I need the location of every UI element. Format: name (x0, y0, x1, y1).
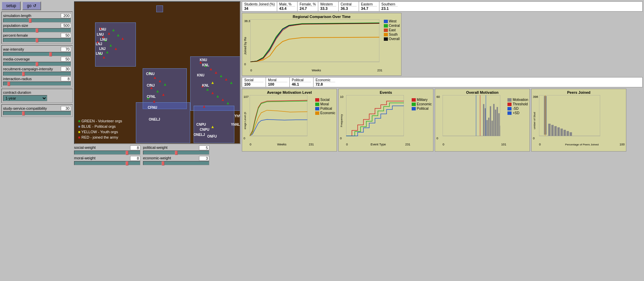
war-intensity-row: war-intensity 70 (3, 47, 71, 56)
regional-y-max: 38.3 (244, 19, 250, 23)
population-size-slider[interactable] (3, 28, 71, 32)
female-value: 24.7 (300, 6, 316, 11)
war-intensity-value: 70 (61, 47, 71, 52)
southern-value: 23.1 (381, 6, 398, 11)
political-mot-value: 46.1 (292, 82, 311, 86)
contract-duration-group: contract-duration 1-year 2-year 3-year (1, 89, 73, 103)
media-coverage-row: media-coverage 50 (3, 57, 71, 66)
political-mot-cell: Political 46.1 (290, 77, 314, 87)
weight-col-right: political-weight 5 economic-weight 3 (143, 145, 209, 165)
moral-weight-slider[interactable] (74, 161, 140, 165)
moral-weight-value: 8 (130, 156, 140, 161)
simulation-length-slider[interactable] (3, 18, 71, 22)
regional-x-min: 0 (250, 69, 252, 72)
weight-col-left: social-weight 8 moral-weight 8 (74, 145, 140, 165)
population-size-value: 500 (61, 23, 71, 28)
political-weight-row: political-weight 5 (143, 145, 209, 155)
top-buttons: setup go ↺ (1, 1, 73, 10)
overall-motivation-chart: Overall Motivation 60 0 0 101 Motivation… (435, 89, 530, 152)
eastern-label: Eastern (361, 2, 377, 6)
central-cell: Central 36.3 (339, 2, 359, 11)
political-weight-slider[interactable] (143, 151, 209, 155)
war-intensity-slider[interactable] (3, 52, 71, 56)
female-cell: Female, % 24.7 (298, 2, 318, 11)
social-weight-row: social-weight 8 (74, 145, 140, 155)
western-cell: Western 33.3 (318, 2, 339, 11)
female-label: Female, % (300, 2, 316, 6)
bottom-charts: Average Motivation Level 107 0 erage Lev… (242, 89, 643, 152)
interaction-radius-slider[interactable] (3, 82, 71, 86)
media-coverage-label: media-coverage (3, 57, 30, 61)
economic-mot-label: Economic (316, 78, 335, 82)
contract-duration-select[interactable]: 1-year 2-year 3-year (3, 95, 47, 101)
recruitment-value: 30 (61, 67, 71, 71)
social-mot-value: 100 (244, 82, 264, 86)
go-refresh-icon: ↺ (33, 3, 36, 8)
economic-weight-value: 3 (199, 156, 209, 161)
social-mot-label: Social (244, 78, 264, 82)
slider-group-1: simulation-length 200 population-size 50… (1, 12, 73, 44)
interaction-radius-value: 8 (61, 76, 71, 81)
simulation-length-label: simulation-length (3, 14, 31, 18)
regional-legend: West Central East South Overall (384, 19, 400, 72)
center-panel: ▲ ▲ ▲ ▲ ▲ ▲ ▲ ▲ ▲ ▲ ▲ ▲ ▲ ▲ ▲ ▲ ▲ ▲ ▲ ▲ … (74, 1, 240, 280)
study-compatibility-group: study-service-compatibility 30 (1, 104, 73, 117)
stats-bar: Students Joined (%) 34 Male, % 43.4 Fema… (242, 1, 643, 12)
events-chart: Events 10 0 Frequency 0 231 Event Type (338, 89, 433, 152)
percent-female-row: percent-female 50 (3, 33, 71, 42)
students-joined-value: 34 (244, 6, 275, 11)
peers-joined-chart: Peers Joined 398 0 umber of Stud 0 100 P… (531, 89, 626, 152)
media-coverage-value: 50 (61, 57, 71, 62)
population-size-label: population-size (3, 23, 28, 28)
recruitment-row: recuitment-campaign-intensity 30 (3, 67, 71, 76)
economic-weight-row: economic-weight 3 (143, 156, 209, 165)
study-compatibility-slider[interactable] (3, 111, 71, 115)
slider-group-2: war-intensity 70 media-coverage 50 rec (1, 45, 73, 87)
economic-weight-slider[interactable] (143, 161, 209, 165)
contract-duration-label: contract-duration (3, 90, 71, 94)
central-label: Central (341, 2, 357, 6)
regional-chart-box: Regional Comparison Over Time 38.3 0 Joi… (242, 13, 401, 76)
peers-joined-title: Peers Joined (533, 90, 625, 94)
motivation-stats-bar: Social 100 Moral 100 Political 46.1 Econ… (242, 77, 643, 87)
political-weight-label: political-weight (143, 145, 167, 150)
western-label: Western (320, 2, 336, 6)
setup-button[interactable]: setup (1, 1, 21, 10)
percent-female-slider[interactable] (3, 38, 71, 42)
right-panel: Students Joined (%) 34 Male, % 43.4 Fema… (242, 1, 643, 280)
moral-mot-cell: Moral 100 (266, 77, 290, 87)
political-weight-value: 5 (199, 145, 209, 150)
moral-mot-value: 100 (268, 82, 287, 86)
weight-sliders: social-weight 8 moral-weight 8 (74, 145, 240, 165)
percent-female-value: 50 (61, 33, 71, 38)
economic-weight-label: economic-weight (143, 156, 171, 161)
western-value: 33.3 (320, 6, 336, 11)
population-size-row: population-size 500 (3, 23, 71, 32)
moral-weight-row: moral-weight 8 (74, 156, 140, 165)
economic-mot-value: 72.8 (316, 82, 335, 86)
recruitment-slider[interactable] (3, 72, 71, 76)
interaction-radius-label: interaction-radius (3, 77, 32, 81)
male-cell: Male, % 43.4 (277, 2, 298, 11)
events-chart-title: Events (340, 90, 432, 94)
simulation-canvas: ▲ ▲ ▲ ▲ ▲ ▲ ▲ ▲ ▲ ▲ ▲ ▲ ▲ ▲ ▲ ▲ ▲ ▲ ▲ ▲ … (74, 1, 240, 144)
regional-chart-title: Regional Comparison Over Time (244, 15, 400, 19)
regional-y-label: Joined by Re (244, 37, 247, 55)
eastern-value: 34.7 (361, 6, 377, 11)
regional-x-max: 231 (377, 69, 382, 72)
simulation-length-value: 200 (61, 13, 71, 18)
regional-y-min: 0 (244, 63, 246, 66)
simulation-length-row: simulation-length 200 (3, 13, 71, 22)
media-coverage-slider[interactable] (3, 62, 71, 66)
go-button[interactable]: go ↺ (22, 1, 41, 10)
recruitment-label: recuitment-campaign-intensity (3, 67, 53, 71)
regional-x-label: Weeks (312, 69, 321, 72)
male-value: 43.4 (279, 6, 295, 11)
eastern-cell: Eastern 34.7 (359, 2, 379, 11)
southern-cell: Southern 23.1 (379, 2, 400, 11)
study-compatibility-row: study-service-compatibility 30 (3, 106, 71, 115)
social-weight-value: 8 (130, 145, 140, 150)
social-weight-label: social-weight (74, 145, 96, 150)
social-weight-slider[interactable] (74, 151, 140, 155)
percent-female-label: percent-female (3, 33, 28, 37)
